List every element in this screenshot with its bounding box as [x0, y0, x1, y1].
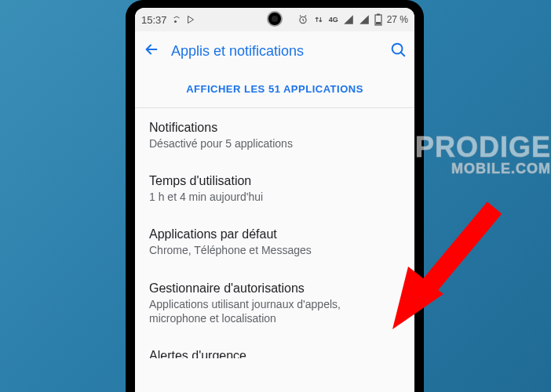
- watermark-line1: PRODIGE: [415, 133, 551, 162]
- status-bar: 15:37 4G: [135, 8, 414, 31]
- item-subtitle: Applications utilisant journaux d'appels…: [149, 297, 400, 325]
- svg-rect-4: [377, 14, 380, 16]
- alarm-icon: [297, 14, 308, 25]
- network-type-label: 4G: [329, 16, 338, 24]
- list-item-permission-manager[interactable]: Gestionnaire d'autorisations Application…: [149, 269, 400, 336]
- svg-point-0: [174, 20, 177, 23]
- item-title: Notifications: [149, 121, 400, 135]
- item-title: Temps d'utilisation: [149, 174, 400, 188]
- watermark-line2: MOBILE.COM: [415, 162, 551, 176]
- list-item-notifications[interactable]: Notifications Désactivé pour 5 applicati…: [149, 108, 400, 162]
- list-item-default-apps[interactable]: Applications par défaut Chrome, Téléphon…: [149, 215, 400, 268]
- item-subtitle: Désactivé pour 5 applications: [149, 136, 400, 151]
- play-store-icon: [186, 15, 195, 24]
- battery-label: 27 %: [387, 14, 408, 25]
- search-button[interactable]: [389, 41, 407, 61]
- back-button[interactable]: [143, 41, 160, 62]
- data-icon: [313, 14, 324, 25]
- music-icon: [172, 15, 181, 24]
- status-time: 15:37: [141, 14, 167, 26]
- phone-frame: 15:37 4G: [126, 0, 424, 392]
- front-camera: [267, 11, 283, 27]
- battery-icon: [374, 13, 382, 26]
- page-title: Applis et notifications: [171, 43, 378, 60]
- item-subtitle: Chrome, Téléphone et Messages: [149, 243, 400, 257]
- svg-line-7: [416, 208, 494, 302]
- list-item-emergency-alerts[interactable]: Alertes d'urgence: [149, 336, 400, 358]
- item-title: Applications par défaut: [149, 227, 400, 241]
- svg-rect-5: [376, 22, 381, 24]
- signal-icon-2: x: [359, 14, 370, 25]
- show-all-apps-button[interactable]: AFFICHER LES 51 APPLICATIONS: [135, 71, 414, 108]
- list-item-screen-time[interactable]: Temps d'utilisation 1 h et 4 min aujourd…: [149, 162, 400, 215]
- item-title: Gestionnaire d'autorisations: [149, 281, 400, 296]
- svg-text:x: x: [360, 16, 363, 20]
- signal-icon: [343, 14, 354, 25]
- app-bar: Applis et notifications: [135, 31, 414, 71]
- screen: 15:37 4G: [135, 8, 414, 392]
- item-title: Alertes d'urgence: [149, 349, 400, 358]
- item-subtitle: 1 h et 4 min aujourd'hui: [149, 190, 400, 204]
- watermark: PRODIGE MOBILE.COM: [415, 133, 551, 176]
- settings-list: Notifications Désactivé pour 5 applicati…: [135, 108, 414, 358]
